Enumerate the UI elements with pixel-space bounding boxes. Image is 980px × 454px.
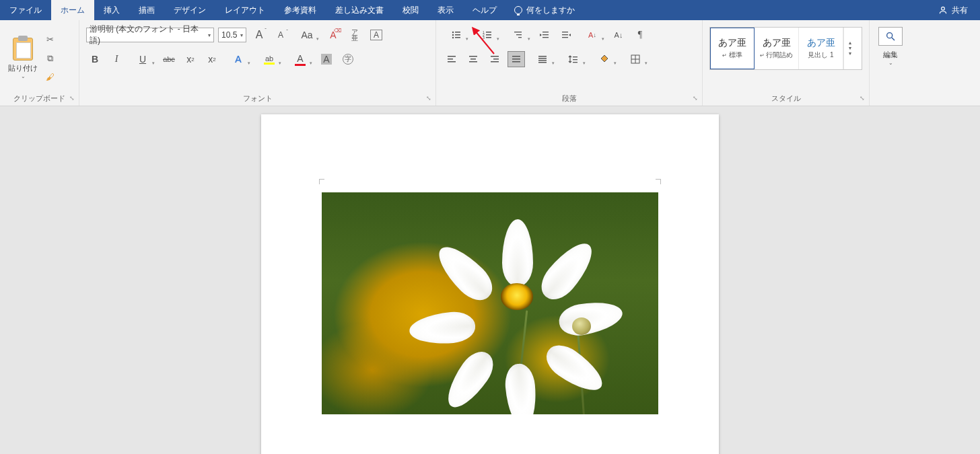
change-case-button[interactable]: Aa▾ — [293, 27, 320, 43]
paste-icon — [13, 38, 33, 61]
tab-references[interactable]: 参考資料 — [275, 0, 326, 20]
svg-rect-36 — [538, 60, 547, 61]
font-size-combo[interactable]: 10.5▾ — [218, 28, 246, 42]
style-name: 見出し 1 — [808, 50, 833, 60]
sort-button[interactable]: A↓▾ — [579, 27, 606, 43]
align-center-button[interactable] — [464, 51, 482, 67]
decrease-indent-button[interactable] — [536, 27, 553, 43]
tab-design[interactable]: デザイン — [164, 0, 215, 20]
increase-font-button[interactable]: Aˆ — [250, 27, 268, 43]
group-styles: あア亜 ↵ 標準 あア亜 ↵ 行間詰め あア亜 見出し 1 ▴▾▾ スタイル ⤡ — [703, 20, 870, 106]
svg-rect-20 — [562, 34, 568, 35]
subscript-button[interactable]: x2 — [182, 51, 199, 67]
asian-layout-button[interactable]: A↓ — [610, 27, 627, 43]
group-editing: 編集 ⌄ — [870, 20, 911, 106]
style-gallery-more[interactable]: ▴▾▾ — [843, 28, 855, 69]
copy-button[interactable]: ⧉ — [44, 53, 55, 64]
svg-rect-17 — [542, 34, 549, 35]
group-label-font: フォント — [79, 93, 435, 104]
style-sample: あア亜 — [807, 37, 835, 49]
align-justify-button[interactable] — [508, 51, 525, 67]
svg-point-1 — [452, 32, 454, 33]
style-normal[interactable]: あア亜 ↵ 標準 — [710, 28, 755, 69]
group-paragraph: ▾ 123▾ ▾ A↓▾ A↓ ¶ ▾ ▾ ▾ ▾ 段落 ⤡ — [436, 20, 703, 106]
font-color-button[interactable]: A▾ — [287, 51, 314, 67]
tab-draw[interactable]: 描画 — [129, 0, 164, 20]
tab-layout[interactable]: レイアウト — [215, 0, 275, 20]
style-heading1[interactable]: あア亜 見出し 1 — [799, 28, 843, 69]
svg-rect-13 — [514, 32, 522, 32]
styles-launcher[interactable]: ⤡ — [858, 95, 866, 103]
style-name: ↵ 行間詰め — [760, 50, 793, 60]
menu-bar: ファイル ホーム 挿入 描画 デザイン レイアウト 参考資料 差し込み文書 校閲… — [0, 0, 980, 20]
find-button[interactable] — [878, 27, 903, 46]
character-border-button[interactable]: A — [368, 27, 385, 43]
page — [261, 114, 719, 454]
clear-formatting-button[interactable]: A⌫ — [324, 27, 342, 43]
superscript-button[interactable]: x2 — [203, 51, 221, 67]
align-right-button[interactable] — [486, 51, 503, 67]
enclose-characters-button[interactable]: 字 — [339, 51, 357, 67]
phonetic-guide-button[interactable]: ア亜 — [346, 27, 363, 43]
numbering-button[interactable]: 123▾ — [474, 27, 501, 43]
svg-rect-30 — [491, 61, 499, 63]
lightbulb-icon — [514, 6, 522, 14]
svg-rect-18 — [542, 37, 549, 38]
tell-me[interactable]: 何をしますか — [506, 0, 583, 20]
tab-mailings[interactable]: 差し込み文書 — [326, 0, 393, 20]
text-effects-button[interactable]: A▾ — [225, 51, 252, 67]
strikethrough-button[interactable]: abc — [160, 51, 178, 67]
paragraph-launcher[interactable]: ⤡ — [691, 95, 699, 103]
tab-help[interactable]: ヘルプ — [463, 0, 506, 20]
share-button[interactable]: 共有 — [926, 0, 980, 20]
svg-rect-12 — [486, 37, 491, 38]
borders-button[interactable]: ▾ — [622, 51, 649, 67]
svg-point-5 — [452, 37, 454, 38]
tab-insert[interactable]: 挿入 — [94, 0, 129, 20]
character-shading-button[interactable]: A — [318, 51, 335, 67]
tab-file[interactable]: ファイル — [0, 0, 51, 20]
bold-button[interactable]: B — [86, 51, 104, 67]
align-left-button[interactable] — [443, 51, 460, 67]
clipboard-launcher[interactable]: ⤡ — [68, 95, 76, 103]
svg-rect-4 — [455, 34, 460, 36]
font-launcher[interactable]: ⤡ — [425, 95, 433, 103]
line-spacing-button[interactable]: ▾ — [560, 51, 587, 67]
paste-button[interactable]: 貼り付け ⌄ — [7, 24, 39, 92]
search-icon — [885, 31, 896, 42]
svg-rect-6 — [455, 37, 460, 38]
cut-button[interactable]: ✂ — [44, 34, 55, 45]
show-marks-button[interactable]: ¶ — [631, 27, 649, 43]
shading-button[interactable]: ▾ — [591, 51, 618, 67]
style-nospacing[interactable]: あア亜 ↵ 行間詰め — [755, 28, 799, 69]
highlight-button[interactable]: ab▾ — [256, 51, 283, 67]
decrease-font-button[interactable]: Aˇ — [272, 27, 289, 43]
tab-home[interactable]: ホーム — [51, 0, 94, 20]
group-label-paragraph: 段落 — [436, 93, 702, 104]
svg-rect-8 — [486, 32, 491, 33]
svg-line-45 — [892, 38, 895, 40]
inserted-image[interactable] — [322, 192, 658, 414]
group-label-clipboard: クリップボード — [0, 93, 79, 104]
increase-indent-button[interactable] — [557, 27, 575, 43]
tab-review[interactable]: 校閲 — [393, 0, 428, 20]
tab-view[interactable]: 表示 — [428, 0, 463, 20]
document-canvas[interactable] — [0, 106, 980, 454]
svg-rect-40 — [573, 62, 578, 63]
tell-me-text: 何をしますか — [526, 5, 575, 16]
svg-rect-22 — [448, 56, 456, 57]
multilevel-list-button[interactable]: ▾ — [505, 27, 532, 43]
bullets-button[interactable]: ▾ — [443, 27, 470, 43]
underline-button[interactable]: U▾ — [129, 51, 156, 67]
svg-point-44 — [887, 33, 893, 38]
style-sample: あア亜 — [763, 37, 791, 49]
italic-button[interactable]: I — [108, 51, 125, 67]
format-painter-button[interactable]: 🖌 — [44, 72, 55, 83]
font-name-combo[interactable]: 游明朝 (本文のフォント - 日本語)▾ — [86, 28, 214, 42]
svg-point-0 — [942, 7, 945, 10]
style-sample: あア亜 — [718, 37, 746, 49]
align-distributed-button[interactable]: ▾ — [529, 51, 556, 67]
margin-mark — [319, 179, 324, 184]
svg-rect-14 — [516, 34, 522, 35]
svg-text:3: 3 — [483, 36, 485, 40]
